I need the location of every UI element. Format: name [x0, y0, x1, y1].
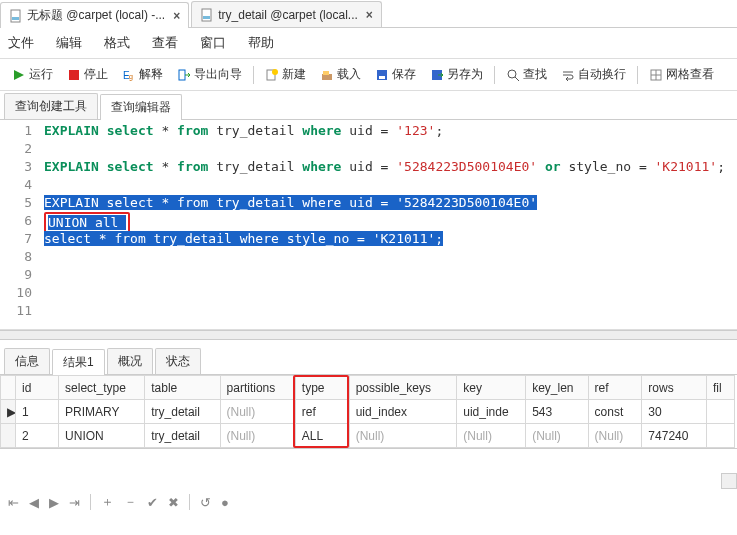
- cell[interactable]: [706, 400, 734, 424]
- col-key_len[interactable]: key_len: [526, 376, 588, 400]
- close-icon[interactable]: ×: [366, 8, 373, 22]
- tab-label: 无标题 @carpet (local) -...: [27, 7, 165, 24]
- separator: [90, 494, 91, 510]
- splitter[interactable]: [0, 330, 737, 340]
- cell[interactable]: (Null): [588, 424, 642, 448]
- cell[interactable]: try_detail: [145, 400, 220, 424]
- query-tab[interactable]: 查询编辑器: [100, 94, 182, 120]
- col-key[interactable]: key: [457, 376, 526, 400]
- nav-button[interactable]: ✔: [147, 495, 158, 510]
- cell[interactable]: (Null): [526, 424, 588, 448]
- explain-button[interactable]: Eg解释: [116, 63, 169, 86]
- cell[interactable]: PRIMARY: [59, 400, 145, 424]
- col-table[interactable]: table: [145, 376, 220, 400]
- col-ref[interactable]: ref: [588, 376, 642, 400]
- menu-窗口[interactable]: 窗口: [200, 34, 226, 52]
- nav-button[interactable]: ✖: [168, 495, 179, 510]
- nav-button[interactable]: ＋: [101, 493, 114, 511]
- stop-label: 停止: [84, 66, 108, 83]
- load-button[interactable]: 载入: [314, 63, 367, 86]
- new-label: 新建: [282, 66, 306, 83]
- separator: [637, 66, 638, 84]
- result-tab[interactable]: 状态: [155, 348, 201, 374]
- table-row[interactable]: ▶1PRIMARYtry_detail(Null)refuid_indexuid…: [1, 400, 735, 424]
- wrap-button[interactable]: 自动换行: [555, 63, 632, 86]
- cell[interactable]: 747240: [642, 424, 707, 448]
- menu-查看[interactable]: 查看: [152, 34, 178, 52]
- close-icon[interactable]: ×: [173, 9, 180, 23]
- menu-帮助[interactable]: 帮助: [248, 34, 274, 52]
- nav-button[interactable]: ↺: [200, 495, 211, 510]
- file-tab[interactable]: try_detail @carpet (local...×: [191, 1, 382, 27]
- nav-button[interactable]: ⇤: [8, 495, 19, 510]
- saveas-button[interactable]: 另存为: [424, 63, 489, 86]
- gridview-button[interactable]: 网格查看: [643, 63, 720, 86]
- cell[interactable]: try_detail: [145, 424, 220, 448]
- cell[interactable]: [706, 424, 734, 448]
- run-label: 运行: [29, 66, 53, 83]
- find-button[interactable]: 查找: [500, 63, 553, 86]
- menu-格式[interactable]: 格式: [104, 34, 130, 52]
- result-tab[interactable]: 结果1: [52, 349, 105, 375]
- svg-marker-4: [14, 70, 24, 80]
- menu-编辑[interactable]: 编辑: [56, 34, 82, 52]
- col-type[interactable]: type: [295, 376, 349, 400]
- nav-button[interactable]: －: [124, 493, 137, 511]
- cell[interactable]: const: [588, 400, 642, 424]
- nav-button[interactable]: ▶: [49, 495, 59, 510]
- play-icon: [12, 68, 26, 82]
- col-select_type[interactable]: select_type: [59, 376, 145, 400]
- cell[interactable]: 543: [526, 400, 588, 424]
- cell[interactable]: uid_index: [349, 400, 457, 424]
- result-tab[interactable]: 概况: [107, 348, 153, 374]
- cell[interactable]: 2: [16, 424, 59, 448]
- tab-label: try_detail @carpet (local...: [218, 8, 358, 22]
- cell[interactable]: (Null): [220, 424, 295, 448]
- col-partitions[interactable]: partitions: [220, 376, 295, 400]
- nav-button[interactable]: ⇥: [69, 495, 80, 510]
- menu-文件[interactable]: 文件: [8, 34, 34, 52]
- find-label: 查找: [523, 66, 547, 83]
- new-button[interactable]: 新建: [259, 63, 312, 86]
- svg-rect-0: [11, 10, 20, 22]
- nav-button[interactable]: ◀: [29, 495, 39, 510]
- cell[interactable]: uid_inde: [457, 400, 526, 424]
- file-tab[interactable]: 无标题 @carpet (local) -...×: [0, 2, 189, 28]
- query-tabs: 查询创建工具查询编辑器: [0, 93, 737, 120]
- saveas-label: 另存为: [447, 66, 483, 83]
- query-tab[interactable]: 查询创建工具: [4, 93, 98, 119]
- stop-button[interactable]: 停止: [61, 63, 114, 86]
- cell[interactable]: UNION: [59, 424, 145, 448]
- col-id[interactable]: id: [16, 376, 59, 400]
- code-area[interactable]: EXPLAIN select * from try_detail where u…: [40, 120, 737, 329]
- svg-point-10: [272, 69, 278, 75]
- wrap-icon: [561, 68, 575, 82]
- explain-icon: Eg: [122, 68, 136, 82]
- cell[interactable]: ref: [295, 400, 349, 424]
- col-possible_keys[interactable]: possible_keys: [349, 376, 457, 400]
- result-tab[interactable]: 信息: [4, 348, 50, 374]
- cell[interactable]: 1: [16, 400, 59, 424]
- export-button[interactable]: 导出向导: [171, 63, 248, 86]
- gridview-label: 网格查看: [666, 66, 714, 83]
- col-fil[interactable]: fil: [706, 376, 734, 400]
- row-header: [1, 376, 16, 400]
- record-nav: ⇤◀▶⇥＋－✔✖↺●: [0, 489, 737, 515]
- sql-file-icon: [200, 8, 214, 22]
- nav-button[interactable]: ●: [221, 495, 229, 510]
- cell[interactable]: 30: [642, 400, 707, 424]
- sql-editor[interactable]: 1234567891011 EXPLAIN select * from try_…: [0, 120, 737, 330]
- cell[interactable]: (Null): [457, 424, 526, 448]
- svg-rect-5: [69, 70, 79, 80]
- cell[interactable]: (Null): [349, 424, 457, 448]
- col-rows[interactable]: rows: [642, 376, 707, 400]
- cell[interactable]: ALL: [295, 424, 349, 448]
- table-row[interactable]: 2UNIONtry_detail(Null)ALL(Null)(Null)(Nu…: [1, 424, 735, 448]
- save-button[interactable]: 保存: [369, 63, 422, 86]
- run-button[interactable]: 运行: [6, 63, 59, 86]
- horizontal-scrollbar[interactable]: [0, 473, 721, 489]
- scroll-area: [0, 449, 737, 489]
- result-grid[interactable]: idselect_typetablepartitionstypepossible…: [0, 375, 735, 448]
- cell[interactable]: (Null): [220, 400, 295, 424]
- svg-rect-1: [12, 17, 19, 20]
